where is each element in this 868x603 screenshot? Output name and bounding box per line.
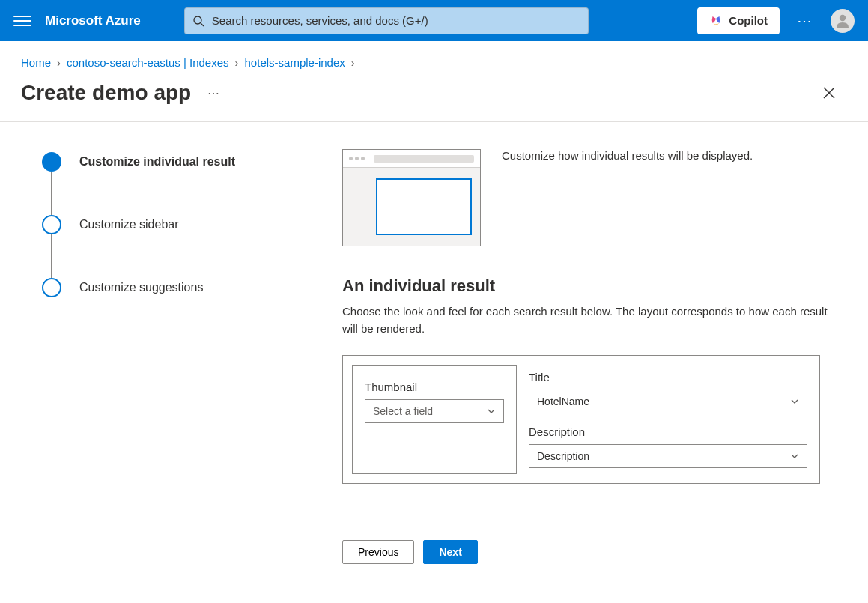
title-more-icon[interactable]: ⋯	[207, 86, 221, 100]
breadcrumb-item-index[interactable]: hotels-sample-index	[245, 56, 345, 69]
copilot-label: Copilot	[729, 14, 768, 27]
title-field-label: Title	[529, 371, 807, 384]
section-description: Choose the look and feel for each search…	[342, 303, 837, 337]
step-indicator-active	[42, 152, 61, 172]
avatar[interactable]	[831, 9, 855, 33]
top-bar: Microsoft Azure Copilot ⋯	[0, 0, 868, 41]
search-box[interactable]	[184, 7, 589, 34]
step-label: Customize individual result	[79, 155, 235, 169]
svg-line-1	[201, 23, 204, 26]
svg-point-2	[840, 14, 846, 20]
wizard-steps: Customize individual result Customize si…	[0, 122, 324, 579]
search-icon	[192, 15, 204, 27]
page-header: Create demo app ⋯	[0, 76, 868, 121]
select-value: HotelName	[537, 396, 589, 407]
breadcrumb-item-home[interactable]: Home	[21, 56, 51, 69]
description-select[interactable]: Description	[529, 444, 807, 468]
next-button[interactable]: Next	[423, 540, 477, 564]
chevron-down-icon	[487, 407, 496, 416]
title-select[interactable]: HotelName	[529, 390, 807, 413]
chevron-right-icon: ›	[351, 56, 355, 69]
copilot-icon	[709, 14, 723, 28]
step-connector	[51, 172, 52, 215]
step-indicator	[42, 278, 61, 297]
thumbnail-label: Thumbnail	[365, 381, 504, 393]
select-value: Description	[537, 450, 589, 462]
chevron-right-icon: ›	[57, 56, 61, 69]
preview-caption: Customize how individual results will be…	[502, 149, 753, 246]
page-title: Create demo app	[21, 81, 191, 105]
browser-dots-icon	[349, 157, 365, 160]
chevron-right-icon: ›	[235, 56, 239, 69]
close-icon[interactable]	[820, 84, 838, 102]
step-customize-result[interactable]: Customize individual result	[42, 152, 309, 172]
breadcrumb-item-service[interactable]: contoso-search-eastus | Indexes	[67, 56, 229, 69]
thumbnail-select[interactable]: Select a field	[365, 399, 504, 423]
person-icon	[834, 12, 852, 30]
more-icon[interactable]: ⋯	[793, 9, 817, 33]
chevron-down-icon	[790, 452, 799, 461]
brand-label[interactable]: Microsoft Azure	[45, 13, 141, 28]
result-config-box: Thumbnail Select a field Title HotelName…	[342, 355, 820, 484]
step-connector	[51, 234, 52, 278]
description-field-label: Description	[529, 425, 807, 438]
select-placeholder: Select a field	[373, 405, 433, 417]
chevron-down-icon	[790, 397, 799, 406]
result-highlight-icon	[376, 178, 472, 235]
svg-point-0	[194, 16, 201, 24]
copilot-button[interactable]: Copilot	[697, 7, 780, 34]
step-customize-suggestions[interactable]: Customize suggestions	[42, 278, 309, 297]
step-label: Customize suggestions	[79, 281, 203, 294]
hamburger-menu-icon[interactable]	[13, 12, 31, 30]
section-title: An individual result	[342, 276, 850, 296]
step-customize-sidebar[interactable]: Customize sidebar	[42, 215, 309, 234]
layout-preview	[342, 149, 481, 246]
step-indicator	[42, 215, 61, 234]
breadcrumb: Home › contoso-search-eastus | Indexes ›…	[0, 41, 868, 76]
search-input[interactable]	[212, 14, 580, 27]
step-label: Customize sidebar	[79, 218, 179, 231]
previous-button[interactable]: Previous	[342, 540, 414, 564]
content-panel: Customize how individual results will be…	[324, 122, 868, 579]
